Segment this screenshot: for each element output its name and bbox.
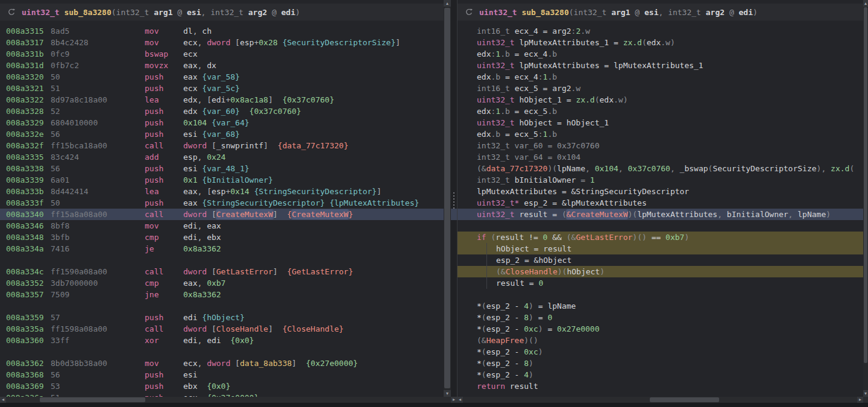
mnemonic[interactable]: push — [145, 117, 183, 128]
token[interactable]: ( — [482, 370, 486, 379]
token[interactable]: ) — [538, 324, 543, 333]
token[interactable]: {GetLastError} — [287, 267, 353, 276]
token[interactable]: esi — [183, 130, 202, 139]
token[interactable]: edx — [600, 95, 614, 104]
address[interactable]: 008a3322 — [6, 94, 51, 106]
asm-line[interactable]: 008a336033ffxoredi, edi {0x0} — [0, 335, 444, 346]
token[interactable]: )( — [627, 210, 637, 219]
address[interactable]: 008a334a — [6, 243, 51, 254]
address[interactable]: 008a3352 — [6, 277, 51, 289]
token[interactable]: [ — [212, 141, 216, 150]
address[interactable]: 008a3369 — [6, 380, 51, 392]
token[interactable]: 1 — [590, 175, 595, 185]
scroll-left-icon[interactable]: ◂ — [457, 397, 463, 403]
token[interactable]: {var_5c} — [202, 84, 240, 93]
token[interactable]: {var_58} — [202, 72, 240, 81]
asm-line[interactable]: 008a333b8d442414leaeax, [esp+0x14 {Strin… — [0, 186, 444, 197]
hlil-line[interactable]: edx:1.b = ecx_5.b — [458, 106, 864, 117]
token[interactable]: {0x37c0760} — [250, 107, 301, 116]
token[interactable]: = — [543, 324, 557, 333]
token[interactable]: data_8ab338 — [240, 359, 292, 368]
asm-line[interactable] — [0, 254, 444, 266]
hlil-line[interactable]: esp_2 = &hObject — [458, 254, 864, 266]
token[interactable]: 0x104 — [595, 164, 618, 173]
token[interactable]: ( — [482, 324, 486, 333]
token[interactable]: uint32_t — [477, 118, 519, 127]
token[interactable]: [ — [212, 210, 216, 219]
right-hscroll-thumb[interactable] — [650, 397, 719, 402]
token[interactable]: dx — [207, 61, 216, 70]
token[interactable]: 0x24 — [207, 153, 225, 162]
token[interactable]: bInitialOwner — [727, 210, 788, 219]
token[interactable]: ] — [273, 210, 278, 219]
token[interactable]: ] — [395, 38, 400, 47]
token[interactable]: {hObject} — [202, 313, 244, 322]
token[interactable]: 0x104 — [183, 118, 207, 127]
token[interactable]: , — [618, 164, 628, 173]
address[interactable]: 008a3338 — [6, 163, 51, 174]
token[interactable]: ] — [377, 187, 382, 196]
token[interactable]: CloseHandle — [216, 324, 268, 333]
token[interactable]: , — [658, 8, 668, 17]
address[interactable]: 008a331b — [6, 48, 51, 60]
token[interactable]: esp_2 - — [486, 313, 524, 322]
right-horizontal-scrollbar[interactable]: ◂ ▸ — [457, 397, 863, 403]
asm-line[interactable]: 008a33178b4c2428movecx, dword [esp+0x28 … — [0, 37, 444, 48]
token[interactable]: _bswap — [680, 164, 708, 173]
token[interactable]: ecx — [183, 84, 202, 93]
token[interactable]: , — [788, 210, 798, 219]
token[interactable]: = — [576, 175, 590, 185]
token[interactable]: if — [477, 233, 491, 242]
token[interactable]: eax — [183, 198, 202, 207]
token[interactable]: , [ — [197, 95, 211, 104]
token[interactable]: lpMutexAttributes — [637, 210, 717, 219]
mnemonic[interactable]: mov — [145, 25, 183, 37]
token[interactable]: &CreateMutexW — [567, 210, 628, 219]
hlil-line[interactable]: uint32_t lpMutexAttributes_1 = zx.d(edx.… — [458, 37, 864, 48]
token[interactable]: edx — [477, 72, 491, 81]
token[interactable]: ebx — [207, 233, 221, 242]
token[interactable]: edi — [281, 8, 295, 17]
asm-line[interactable]: 008a333f50pusheax {StringSecurityDescrip… — [0, 197, 444, 209]
token[interactable]: 0x8a3362 — [183, 290, 221, 299]
token[interactable]: )( — [558, 267, 567, 276]
asm-line[interactable]: 008a335957pushedi {hObject} — [0, 312, 444, 323]
token[interactable]: [ — [235, 38, 240, 47]
asm-line[interactable]: 008a33483bfbcmpedi, ebx — [0, 232, 444, 243]
token[interactable]: esi — [187, 8, 201, 17]
token[interactable]: ( — [562, 210, 567, 219]
token[interactable]: edx — [183, 107, 202, 116]
token[interactable]: ( — [595, 95, 600, 104]
mnemonic[interactable]: call — [145, 323, 183, 335]
scroll-down-icon[interactable]: ▾ — [444, 390, 451, 397]
token[interactable]: 0x14 — [230, 187, 249, 196]
mnemonic[interactable]: push — [145, 174, 183, 186]
token[interactable]: , — [197, 336, 207, 345]
token[interactable]: && — [547, 233, 566, 242]
token[interactable] — [278, 210, 288, 219]
address[interactable]: 008a3357 — [6, 289, 51, 300]
token[interactable] — [240, 107, 250, 116]
reanalyze-icon[interactable] — [465, 8, 473, 16]
token[interactable]: result = — [496, 279, 538, 288]
token[interactable]: result — [510, 382, 538, 391]
address[interactable]: 008a3335 — [6, 151, 51, 163]
token[interactable]: {var_68} — [202, 130, 240, 139]
token[interactable]: } — [348, 210, 353, 219]
token[interactable]: [ — [212, 324, 216, 333]
hlil-line[interactable]: uint32_t hObject_1 = zx.d(edx.w) — [458, 94, 864, 106]
token[interactable]: lpName — [797, 210, 826, 219]
token[interactable]: lpMutexAttributes = &StringSecurityDescr… — [477, 187, 689, 196]
token[interactable] — [197, 382, 207, 391]
hlil-line[interactable]: edx:1.b = ecx_4.b — [458, 48, 864, 60]
asm-line[interactable]: 008a33228d97a8c18a00leaedx, [edi+0x8ac1a… — [0, 94, 444, 106]
token[interactable]: sub_8a3280 — [521, 8, 568, 17]
token[interactable]: int32_t — [210, 8, 248, 17]
asm-line[interactable]: 008a33296804010000push0x104 {var_64} — [0, 117, 444, 128]
mnemonic[interactable]: cmp — [145, 232, 183, 243]
asm-line[interactable]: 008a3340ff15a8a08a00calldword [CreateMut… — [0, 209, 444, 220]
token[interactable]: {var_48_1} — [202, 164, 249, 173]
address[interactable]: 008a334c — [6, 266, 51, 277]
token[interactable]: eax — [183, 279, 197, 288]
address[interactable]: 008a3348 — [6, 232, 51, 243]
